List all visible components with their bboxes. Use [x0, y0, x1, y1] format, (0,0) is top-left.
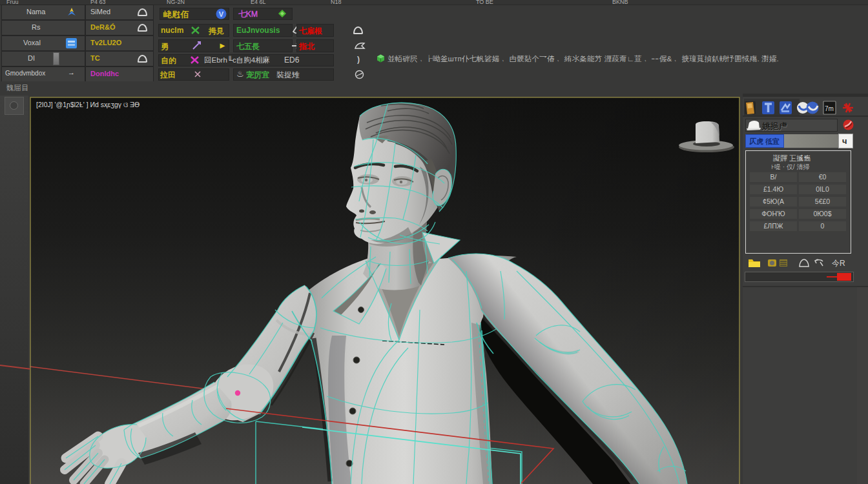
svg-text:[2I0J] '@1ɲ$l2Ƚ' ] Иd ѕҳɛʒɡү ଓ: [2I0J] '@1ɲ$l2Ƚ' ] Иd ѕҳɛʒɡү ଓ ƎƟ: [36, 101, 140, 108]
svg-text:V: V: [219, 10, 224, 18]
svg-text:今R: 今R: [832, 259, 845, 268]
svg-text:7m: 7m: [825, 105, 834, 112]
